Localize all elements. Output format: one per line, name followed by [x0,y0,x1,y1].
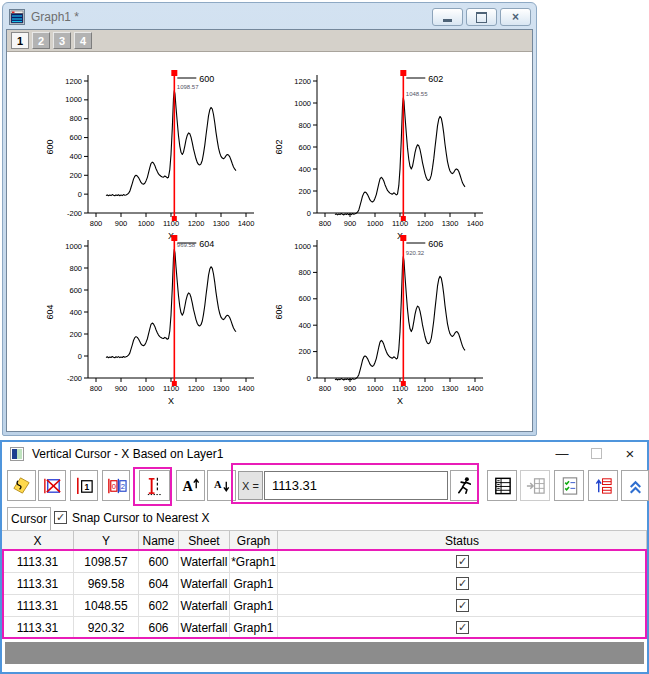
svg-text:0: 0 [307,209,311,218]
update-plot-button[interactable] [588,470,618,501]
dialog-maximize-button[interactable] [579,442,613,465]
svg-text:604: 604 [199,239,214,249]
column-header-y: Y [74,531,139,550]
dialog-icon [10,447,24,461]
svg-text:900: 900 [115,384,128,393]
row-status-checkbox[interactable]: ✓ [456,599,469,612]
graph-minimize-button[interactable] [432,8,463,26]
remove-label-button[interactable] [38,470,66,501]
annotation-button[interactable] [7,470,36,501]
svg-text:400: 400 [298,321,311,330]
svg-text:1400: 1400 [238,384,255,393]
table-cell: 1113.31 [2,573,74,594]
svg-text:400: 400 [69,152,82,161]
layer-tab-4[interactable]: 4 [74,32,92,49]
x-equals-label: X = [238,471,263,500]
svg-text:800: 800 [69,114,82,123]
cursor-pair-button[interactable]: 02 [102,470,130,501]
x-value-input[interactable] [264,471,448,500]
svg-text:604: 604 [45,304,55,319]
svg-text:0: 0 [78,352,82,361]
table-cell: 1113.31 [2,595,74,616]
svg-text:600: 600 [199,74,214,84]
svg-text:A: A [214,479,222,490]
graph-window-controls: × [432,8,531,26]
font-increase-button[interactable]: A [176,470,205,501]
svg-text:200: 200 [298,187,311,196]
svg-text:0: 0 [307,374,311,383]
table-cell: 604 [139,573,179,594]
table-row[interactable]: 1113.31920.32606WaterfallGraph1✓ [2,617,647,639]
output-worksheet-button[interactable] [520,470,550,501]
font-increase-icon: A [180,475,201,496]
spectrum-plot-4[interactable]: 8009001000110012001300140002004006008001… [267,232,495,414]
graph-window: Graph1 * × 1 2 3 4 800900100011001200130… [2,2,537,436]
info-table-button[interactable] [487,470,517,501]
svg-text:1000: 1000 [138,384,155,393]
svg-text:200: 200 [298,347,311,356]
svg-text:1200: 1200 [417,219,434,228]
svg-text:1200: 1200 [65,77,82,86]
table-row[interactable]: 1113.311048.55602WaterfallGraph1✓ [2,595,647,617]
spectrum-plot-2[interactable]: 8009001000110012001300140002004006008001… [267,67,495,249]
cursor-tab[interactable]: Cursor [7,507,51,530]
svg-text:800: 800 [319,384,332,393]
table-row[interactable]: 1113.31969.58604WaterfallGraph1✓ [2,573,647,595]
remove-label-icon [42,475,63,496]
dialog-minimize-button[interactable]: — [545,442,579,465]
svg-text:1000: 1000 [65,95,82,104]
collapse-button[interactable] [621,470,649,501]
layer-tab-2[interactable]: 2 [32,32,50,49]
dialog-title: Vertical Cursor - X Based on Layer1 [32,447,537,461]
table-cell: 602 [139,595,179,616]
svg-text:1300: 1300 [442,219,459,228]
graph-close-button[interactable]: × [500,8,531,26]
table-cell: 600 [139,551,179,572]
table-cell: 606 [139,617,179,638]
row-status-checkbox[interactable]: ✓ [456,555,469,568]
svg-text:900: 900 [344,219,357,228]
layer-tab-3[interactable]: 3 [53,32,71,49]
minimize-icon [443,19,452,22]
svg-text:800: 800 [69,264,82,273]
dialog-close-button[interactable]: × [613,442,647,465]
go-button[interactable] [450,470,479,501]
graph-restore-button[interactable] [466,8,497,26]
row-status-checkbox[interactable]: ✓ [456,621,469,634]
svg-text:602: 602 [428,74,443,84]
table-cell: Waterfall [179,617,230,638]
font-decrease-button[interactable]: A [207,470,236,501]
svg-text:1048.55: 1048.55 [406,91,428,97]
svg-text:800: 800 [298,121,311,130]
vertical-cursor-dialog: Vertical Cursor - X Based on Layer1 — × … [0,440,649,674]
table-cell: Waterfall [179,595,230,616]
cursor-pair-icon: 02 [106,475,127,496]
cursor-one-button[interactable]: 1 [70,470,98,501]
minimize-icon: — [556,446,569,461]
svg-text:1400: 1400 [467,384,484,393]
svg-text:1: 1 [84,482,89,492]
svg-text:1000: 1000 [294,99,311,108]
preferences-button[interactable] [554,470,584,501]
svg-text:969.58: 969.58 [177,242,196,248]
svg-text:X: X [168,396,174,406]
table-row[interactable]: 1113.311098.57600Waterfall*Graph1✓ [2,551,647,573]
close-icon: × [512,11,519,23]
dialog-titlebar[interactable]: Vertical Cursor - X Based on Layer1 — × [2,442,647,465]
layer-tab-1[interactable]: 1 [11,32,29,49]
svg-text:1000: 1000 [138,219,155,228]
checklist-icon [559,475,580,496]
dialog-tab-row: Cursor ✓ Snap Cursor to Nearest X [2,506,647,530]
snap-checkbox[interactable]: ✓ [54,511,67,524]
svg-text:900: 900 [115,219,128,228]
spectrum-plot-3[interactable]: 80090010001100120013001400-2000200400600… [38,232,266,414]
row-status-checkbox[interactable]: ✓ [456,577,469,590]
status-cell: ✓ [278,595,647,616]
svg-text:1200: 1200 [188,219,205,228]
graph-window-titlebar[interactable]: Graph1 * × [3,3,536,29]
svg-text:0: 0 [111,482,115,491]
vertical-cursor-button[interactable] [139,470,170,501]
snap-checkbox-label: Snap Cursor to Nearest X [72,511,209,525]
svg-text:-200: -200 [67,374,82,383]
spectrum-plot-1[interactable]: 80090010001100120013001400-2000200400600… [38,67,266,249]
